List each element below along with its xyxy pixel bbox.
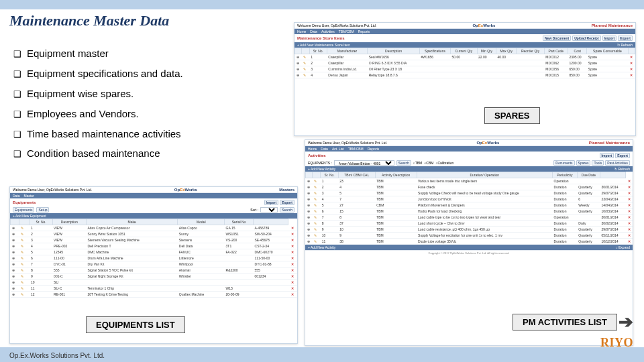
delete-icon[interactable]: ✕: [288, 261, 297, 267]
expand-icon[interactable]: ⊕: [11, 231, 19, 237]
expand-icon[interactable]: ⊕: [11, 255, 19, 261]
delete-icon[interactable]: ✕: [625, 178, 633, 184]
edit-icon[interactable]: [302, 60, 310, 66]
export-button[interactable]: Export: [618, 36, 633, 41]
nav-item[interactable]: TBM/CBM: [339, 29, 354, 34]
delete-icon[interactable]: ✕: [288, 267, 297, 274]
edit-icon[interactable]: [313, 208, 321, 215]
expand-icon[interactable]: ⊕: [306, 178, 313, 184]
refresh-button[interactable]: ↻ Refresh: [617, 43, 633, 47]
expand-icon[interactable]: ⊕: [11, 249, 19, 255]
edit-icon[interactable]: [302, 66, 310, 72]
delete-icon[interactable]: ✕: [625, 190, 633, 196]
edit-icon[interactable]: [19, 286, 30, 292]
pill-past-activities[interactable]: Past Activities: [605, 160, 630, 166]
add-row-button[interactable]: + Add New Maintenance Store Item: [297, 43, 350, 47]
radio-calibration[interactable]: ○Calibration: [435, 161, 453, 165]
nav-item[interactable]: Act. List: [332, 147, 344, 151]
delete-icon[interactable]: ✕: [625, 196, 633, 202]
expand-icon[interactable]: ⊕: [11, 261, 19, 267]
pill-tools[interactable]: Tools: [592, 160, 604, 166]
delete-icon[interactable]: ✕: [288, 255, 297, 261]
delete-icon[interactable]: ✕: [625, 227, 633, 233]
expand-icon[interactable]: ⊕: [11, 292, 19, 298]
delete-icon[interactable]: ✕: [628, 60, 635, 66]
edit-icon[interactable]: [313, 233, 321, 239]
nav-item[interactable]: Home: [297, 29, 306, 34]
expand-icon[interactable]: ⊕: [11, 237, 19, 243]
import-button[interactable]: Import: [264, 200, 279, 205]
delete-icon[interactable]: ✕: [625, 202, 633, 208]
edit-icon[interactable]: [19, 261, 30, 267]
expand-icon[interactable]: ⊕: [306, 190, 313, 196]
expand-icon[interactable]: ⊕: [295, 54, 302, 60]
delete-icon[interactable]: ✕: [288, 280, 297, 286]
edit-icon[interactable]: [19, 225, 30, 231]
expand-icon[interactable]: ⊕: [306, 233, 313, 239]
refresh-button[interactable]: ↻ Refresh: [614, 167, 630, 171]
new-document-button[interactable]: New Document: [543, 36, 571, 41]
expand-icon[interactable]: ⊕: [306, 239, 313, 245]
import-button[interactable]: Import: [600, 153, 614, 158]
edit-icon[interactable]: [313, 215, 321, 221]
search-button[interactable]: Search: [396, 160, 411, 166]
expand-icon[interactable]: ⊕: [306, 227, 313, 233]
nav-item[interactable]: Master: [24, 194, 34, 198]
edit-icon[interactable]: [19, 280, 30, 286]
nav-item[interactable]: Data: [13, 194, 20, 198]
delete-icon[interactable]: ✕: [625, 233, 633, 239]
delete-icon[interactable]: ✕: [288, 249, 297, 255]
upload-receipt-button[interactable]: Upload Receipt: [572, 36, 600, 41]
expand-icon[interactable]: ⊕: [11, 243, 19, 249]
delete-icon[interactable]: ✕: [288, 286, 297, 292]
expand-icon[interactable]: ⊕: [306, 208, 313, 215]
pill-spares[interactable]: Spares: [576, 160, 591, 166]
nav-item[interactable]: Data: [310, 29, 317, 34]
radio-cbm[interactable]: ○CBM: [424, 161, 433, 165]
edit-icon[interactable]: [313, 178, 321, 184]
tab-setup[interactable]: Setup: [36, 207, 49, 213]
delete-icon[interactable]: ✕: [288, 274, 297, 280]
delete-icon[interactable]: ✕: [288, 231, 297, 237]
expand-icon[interactable]: ⊕: [11, 286, 19, 292]
edit-icon[interactable]: [302, 54, 310, 60]
expand-icon[interactable]: ⊕: [295, 72, 302, 78]
equipment-filter-select[interactable]: Anam Voltage Bridge - 4001: [334, 160, 394, 166]
expand-icon[interactable]: ⊕: [306, 184, 313, 190]
edit-icon[interactable]: [313, 184, 321, 190]
edit-icon[interactable]: [313, 190, 321, 196]
delete-icon[interactable]: ✕: [625, 208, 633, 215]
edit-icon[interactable]: [313, 227, 321, 233]
delete-icon[interactable]: ✕: [628, 54, 635, 60]
delete-icon[interactable]: ✕: [288, 237, 297, 243]
pill-documents[interactable]: Documents: [553, 160, 574, 166]
delete-icon[interactable]: ✕: [288, 225, 297, 231]
nav-item[interactable]: Reports: [368, 147, 380, 151]
delete-icon[interactable]: ✕: [288, 292, 297, 298]
add-row-button[interactable]: + Add New Activity: [308, 245, 335, 249]
edit-icon[interactable]: [313, 239, 321, 245]
export-button[interactable]: Export: [280, 200, 294, 205]
nav-item[interactable]: Data: [321, 147, 328, 151]
delete-icon[interactable]: ✕: [625, 184, 633, 190]
delete-icon[interactable]: ✕: [625, 221, 633, 227]
nav-item[interactable]: Reports: [358, 29, 370, 34]
expand-icon[interactable]: ⊕: [306, 221, 313, 227]
expand-button[interactable]: ↕ Expand: [616, 245, 630, 249]
delete-icon[interactable]: ✕: [628, 66, 635, 72]
search-button[interactable]: Search: [280, 207, 294, 213]
edit-icon[interactable]: [19, 237, 30, 243]
expand-icon[interactable]: ⊕: [295, 66, 302, 72]
add-row-button[interactable]: + Add New Equipment: [13, 214, 46, 218]
expand-icon[interactable]: ⊕: [306, 215, 313, 221]
edit-icon[interactable]: [19, 243, 30, 249]
expand-icon[interactable]: ⊕: [11, 280, 19, 286]
sort-select[interactable]: [260, 207, 278, 213]
expand-icon[interactable]: ⊕: [295, 60, 302, 66]
tab-equipments[interactable]: Equipments: [13, 207, 34, 213]
expand-icon[interactable]: ⊕: [306, 196, 313, 202]
radio-tbm[interactable]: ○TBM: [413, 161, 423, 165]
nav-item[interactable]: TBM/CBM: [348, 147, 364, 151]
add-row-button[interactable]: + Add New Activity: [308, 167, 335, 171]
delete-icon[interactable]: ✕: [628, 72, 635, 78]
